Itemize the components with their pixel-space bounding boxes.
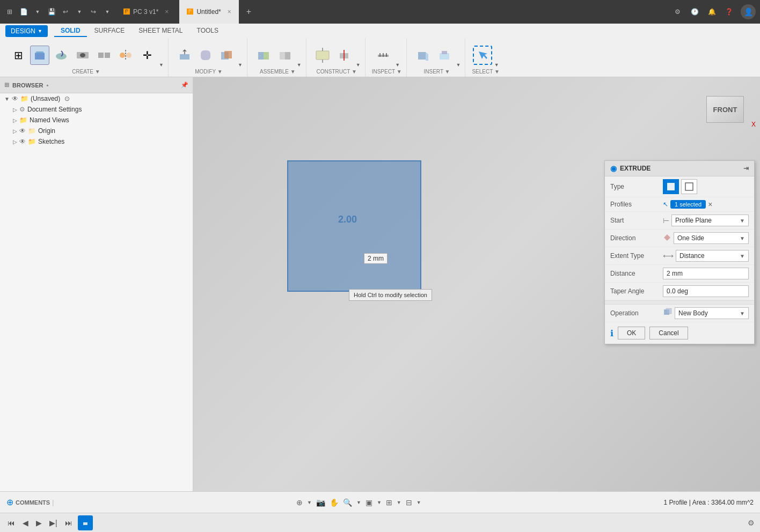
create-more-icon[interactable] [94,46,114,65]
clock-icon[interactable]: 🕐 [689,6,700,17]
panel-info-icon[interactable]: ℹ [610,328,613,338]
grid-dropdown[interactable]: ▼ [397,500,401,505]
tab-pc3-close[interactable]: × [165,8,169,16]
inspect-dropdown[interactable]: ▼ [395,62,400,69]
timeline-gear-icon[interactable]: ⚙ [748,519,755,527]
zoom-dropdown[interactable]: ▼ [356,500,361,505]
inspect-measure-icon[interactable] [374,46,393,65]
camera-icon[interactable]: 📷 [316,498,325,507]
browser-pin-icon[interactable]: 📌 [181,82,188,88]
tab-untitled[interactable]: 🅿 Untitled* × [179,0,238,24]
create-dropdown[interactable]: ▼ [159,62,164,69]
redo-icon[interactable]: ↪ [88,6,99,17]
assemble-joint-icon[interactable] [254,46,273,65]
timeline-start-btn[interactable]: ⏮ [5,518,17,528]
origin-eye-icon[interactable]: 👁 [19,127,26,135]
direction-dropdown[interactable]: One Side ▼ [674,232,749,244]
create-mirror-icon[interactable] [116,46,135,65]
distance-input[interactable]: 2 mm [663,268,749,279]
assemble-dropdown[interactable]: ▼ [297,62,302,69]
pan-dropdown[interactable]: ▼ [307,500,312,505]
tab-solid[interactable]: SOLID [54,25,87,37]
modify-combine-icon[interactable] [217,46,236,65]
sketch-shape[interactable] [287,160,421,292]
create-extrude-icon[interactable] [30,46,49,65]
extent-type-dropdown[interactable]: Distance ▼ [676,250,749,262]
construct-group-label[interactable]: CONSTRUCT ▼ [317,69,357,77]
eye-icon-unsaved[interactable]: 👁 [12,95,18,102]
zoom-icon[interactable]: 🔍 [343,498,352,507]
pan-icon[interactable]: ⊕ [296,498,303,507]
add-tab-button[interactable]: + [242,7,255,17]
grid-icon[interactable]: ⊞ [386,498,392,507]
insert-icon[interactable] [413,46,433,65]
modify-group-label[interactable]: MODIFY ▼ [195,69,222,77]
start-dropdown[interactable]: Profile Plane ▼ [671,215,749,226]
create-group-label[interactable]: CREATE ▼ [72,69,100,77]
dropdown-arrow-file[interactable]: ▼ [32,6,43,17]
select-group-label[interactable]: SELECT ▼ [472,69,499,77]
browser-item-docsettings[interactable]: ▷ ⚙ Document Settings [0,104,193,115]
canvas-area[interactable]: 2.00 2 mm Hold Ctrl to modify selection … [193,77,760,491]
design-button[interactable]: DESIGN ▼ [5,25,48,37]
settings-icon[interactable]: ⚙ [672,6,683,17]
browser-item-sketches[interactable]: ▷ 👁 📁 Sketches [0,136,193,147]
browser-item-unsaved[interactable]: ▼ 👁 📁 (Unsaved) ⊙ [0,93,193,104]
help-icon[interactable]: ❓ [724,6,734,17]
view-dropdown[interactable]: ▼ [416,500,421,505]
timeline-next-btn[interactable]: ▶| [47,518,60,528]
timeline-play-btn[interactable]: ▶ [34,518,44,528]
browser-expand-icon[interactable]: ⊞ [4,82,9,88]
ok-button[interactable]: OK [618,327,645,339]
undo-dropdown[interactable]: ▼ [74,6,85,17]
tab-tools[interactable]: TOOLS [191,25,225,37]
assemble-more-icon[interactable] [275,46,295,65]
panel-expand-button[interactable]: ⇥ [743,165,749,172]
redo-dropdown[interactable]: ▼ [102,6,113,17]
create-revolve-icon[interactable] [52,46,71,65]
insert-decal-icon[interactable] [435,46,454,65]
viewcube-face[interactable]: FRONT [706,96,744,123]
profiles-selected-badge[interactable]: 1 selected [670,200,706,209]
create-hole-icon[interactable] [73,46,92,65]
timeline-prev-btn[interactable]: ◀ [20,518,31,528]
taper-angle-input[interactable]: 0.0 deg [663,285,749,297]
sketches-eye-icon[interactable]: 👁 [19,138,26,145]
tab-pc3[interactable]: 🅿 PC 3 v1* × [116,0,176,24]
modify-dropdown[interactable]: ▼ [238,62,243,69]
save-icon[interactable]: 💾 [46,6,57,17]
bell-icon[interactable]: 🔔 [706,6,717,17]
view-icon[interactable]: ⊟ [406,498,412,507]
display-icon[interactable]: ▣ [366,498,372,507]
browser-item-origin[interactable]: ▷ 👁 📁 Origin [0,125,193,136]
profiles-clear-button[interactable]: × [708,200,712,209]
unsaved-target-icon[interactable]: ⊙ [64,95,70,102]
insert-dropdown[interactable]: ▼ [456,62,461,69]
create-move-icon[interactable]: ✛ [137,46,157,65]
timeline-end-btn[interactable]: ⏭ [63,518,75,528]
create-new-component-icon[interactable]: ⊞ [9,46,28,65]
cancel-button[interactable]: Cancel [649,327,688,339]
inspect-group-label[interactable]: INSPECT ▼ [372,69,402,77]
display-dropdown[interactable]: ▼ [377,500,382,505]
browser-item-namedviews[interactable]: ▷ 📁 Named Views [0,115,193,125]
operation-dropdown[interactable]: New Body ▼ [675,307,749,319]
tab-untitled-close[interactable]: × [228,8,231,16]
modify-press-pull-icon[interactable] [175,46,194,65]
select-dropdown[interactable]: ▼ [494,62,499,69]
type-button-solid[interactable] [663,179,679,194]
construct-plane-icon[interactable] [313,46,332,65]
construct-dropdown[interactable]: ▼ [356,62,361,69]
file-icon[interactable]: 📄 [18,6,29,17]
type-button-surface[interactable] [681,179,697,194]
insert-group-label[interactable]: INSERT ▼ [424,69,450,77]
select-icon[interactable] [473,46,492,65]
orbit-icon[interactable]: ✋ [330,498,339,507]
modify-fillet-icon[interactable] [196,46,215,65]
add-comment-icon[interactable]: ⊕ [6,497,13,507]
construct-axis-icon[interactable] [334,46,354,65]
tab-surface[interactable]: SURFACE [88,25,131,37]
undo-icon[interactable]: ↩ [60,6,71,17]
timeline-feature-thumb[interactable] [78,515,93,530]
viewcube[interactable]: Z FRONT X [706,88,749,131]
